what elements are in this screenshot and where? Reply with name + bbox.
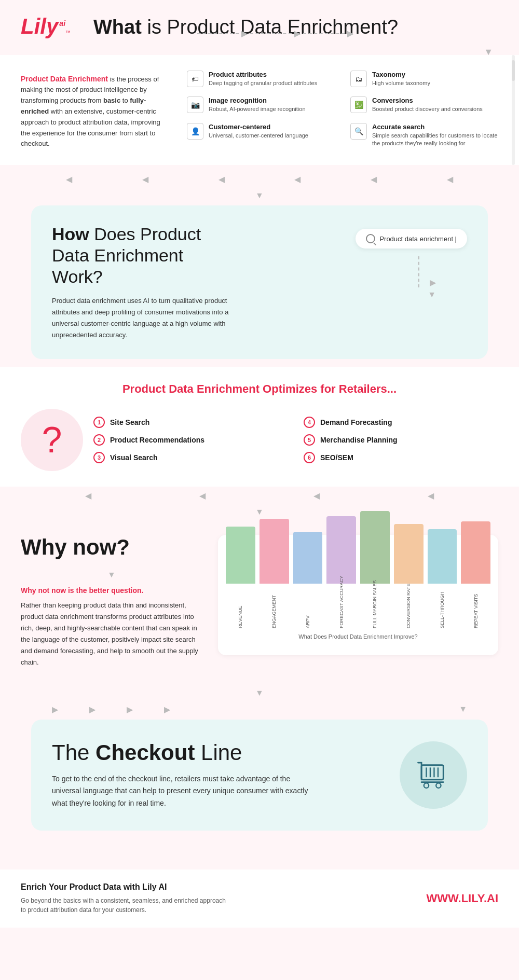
feature-icon: 💹 xyxy=(350,96,367,113)
feature-title: Accurate search xyxy=(372,123,498,131)
chart-bar xyxy=(394,524,424,584)
bar-label: ARPV xyxy=(305,587,310,628)
search-text: Product data enrichment | xyxy=(379,235,457,243)
chart-bar xyxy=(260,519,289,584)
feature-text: Image recognition Robust, AI-powered ima… xyxy=(209,96,306,113)
how-left: How Does Product Data Enrichment Work? P… xyxy=(52,224,234,341)
chart-bar-item: FULL-MARGIN SALES xyxy=(360,511,390,628)
optimize-item: 1 Site Search xyxy=(93,417,288,428)
feature-text: Customer-centered Universal, customer-ce… xyxy=(209,123,308,140)
feature-title: Conversions xyxy=(372,96,483,104)
feature-item: 👤 Customer-centered Universal, customer-… xyxy=(187,123,335,149)
chart-container: REVENUE ENGAGEMENT ARPV FORECAST ACCURAC… xyxy=(218,535,498,655)
optimize-label: Merchandise Planning xyxy=(320,436,398,444)
feature-text: Conversions Boosted product discovery an… xyxy=(372,96,483,113)
feature-title: Taxonomy xyxy=(372,71,430,78)
optimizes-highlight: Optimizes xyxy=(263,382,317,395)
optimizes-content: ? 1 Site Search 4 Demand Forecasting 2 P… xyxy=(21,409,498,471)
bar-label: FULL-MARGIN SALES xyxy=(372,587,377,628)
feature-title: Image recognition xyxy=(209,96,306,104)
chart-subtitle: What Does Product Data Enrichment Improv… xyxy=(226,633,490,640)
why-section: Why now? ▼ Why not now is the better que… xyxy=(0,519,519,684)
search-icon xyxy=(366,234,375,243)
chart-bar xyxy=(293,532,323,584)
feature-desc: High volume taxonomy xyxy=(372,79,430,87)
why-right: REVENUE ENGAGEMENT ARPV FORECAST ACCURAC… xyxy=(218,535,498,655)
checkout-section: The Checkout Line To get to the end of t… xyxy=(31,720,488,831)
arrows-row-3: ▶ ▶ ▶ ▶ ▼ xyxy=(0,702,519,717)
checkout-title: The Checkout Line xyxy=(52,740,384,765)
why-left: Why now? ▼ Why not now is the better que… xyxy=(21,535,202,669)
feature-title: Customer-centered xyxy=(209,123,308,131)
optimize-item: 6 SEO/SEM xyxy=(304,452,498,463)
optimize-item: 3 Visual Search xyxy=(93,452,288,463)
optimize-label: Site Search xyxy=(110,418,149,426)
optimize-item: 5 Merchandise Planning xyxy=(304,434,498,446)
optimize-num: 5 xyxy=(304,434,315,446)
logo-ai: ai xyxy=(59,19,65,27)
header-section: Lilyai ™ What is Product Data Enrichment… xyxy=(0,0,519,50)
chart-bar xyxy=(428,529,457,584)
chart-bar xyxy=(326,516,356,584)
feature-item: 🗂 Taxonomy High volume taxonomy xyxy=(350,71,498,89)
optimizes-title: Product Data Enrichment Optimizes for Re… xyxy=(21,382,498,396)
chart-bar-item: CONVERSION RATE xyxy=(394,524,424,628)
svg-point-7 xyxy=(436,783,441,788)
footer-website[interactable]: WWW.LILY.AI xyxy=(426,892,498,905)
optimize-num: 1 xyxy=(93,417,105,428)
optimize-num: 2 xyxy=(93,434,105,446)
how-section-wrapper: How Does Product Data Enrichment Work? P… xyxy=(16,205,503,359)
chart-bar-item: ARPV xyxy=(293,532,323,628)
checkout-section-wrapper: The Checkout Line To get to the end of t… xyxy=(16,720,503,831)
feature-icon: 🔍 xyxy=(350,123,367,140)
optimize-label: Demand Forecasting xyxy=(320,418,392,426)
chart-bar xyxy=(461,521,490,584)
chart-bar-item: REVENUE xyxy=(226,527,255,628)
how-section: How Does Product Data Enrichment Work? P… xyxy=(31,205,488,359)
feature-icon: 🗂 xyxy=(350,71,367,87)
feature-icon: 🏷 xyxy=(187,71,203,87)
optimize-label: SEO/SEM xyxy=(320,453,353,462)
feature-text: Accurate search Simple search capabiliti… xyxy=(372,123,498,148)
bar-label: ENGAGEMENT xyxy=(271,587,277,628)
optimize-num: 3 xyxy=(93,452,105,463)
why-subtitle: Why not now is the better question. xyxy=(21,586,202,595)
feature-text: Taxonomy High volume taxonomy xyxy=(372,71,430,87)
feature-desc: Simple search capabilities for customers… xyxy=(372,132,498,148)
optimize-label: Product Recommendations xyxy=(110,436,204,444)
optimize-num: 6 xyxy=(304,452,315,463)
how-title: How Does Product Data Enrichment Work? xyxy=(52,224,234,287)
optimizes-list: 1 Site Search 4 Demand Forecasting 2 Pro… xyxy=(93,417,498,463)
checkout-left: The Checkout Line To get to the end of t… xyxy=(52,740,384,810)
arrows-row-1: ◀ ◀ ◀ ◀ ◀ ◀ xyxy=(0,170,519,188)
content-section: Product Data Enrichment is the process o… xyxy=(0,55,519,165)
footer-text: Go beyond the basics with a consistent, … xyxy=(21,896,228,915)
bar-label: CONVERSION RATE xyxy=(406,587,411,628)
svg-rect-0 xyxy=(421,765,443,780)
feature-icon: 👤 xyxy=(187,123,203,140)
arrows-row-2: ◀ ◀ ◀ ◀ xyxy=(0,487,519,505)
bar-chart: REVENUE ENGAGEMENT ARPV FORECAST ACCURAC… xyxy=(226,545,490,628)
optimize-item: 4 Demand Forecasting xyxy=(304,417,498,428)
checkout-text: To get to the end of the checkout line, … xyxy=(52,773,311,810)
feature-desc: Universal, customer-centered language xyxy=(209,132,308,140)
logo-tm: ™ xyxy=(65,30,71,35)
why-text: Rather than keeping product data thin an… xyxy=(21,600,202,669)
footer-left: Enrich Your Product Data with Lily AI Go… xyxy=(21,882,228,915)
logo-area: Lilyai ™ xyxy=(21,16,83,37)
how-right: Product data enrichment | ▶ ▼ xyxy=(249,224,467,341)
bar-label: FORECAST ACCURACY xyxy=(339,587,344,628)
feature-title: Product attributes xyxy=(209,71,317,78)
feature-desc: Deep tagging of granular product attribu… xyxy=(209,79,317,87)
footer-section: Enrich Your Product Data with Lily AI Go… xyxy=(0,869,519,928)
footer-heading: Enrich Your Product Data with Lily AI xyxy=(21,882,228,892)
feature-text: Product attributes Deep tagging of granu… xyxy=(209,71,317,87)
chart-bar-item: ENGAGEMENT xyxy=(260,519,289,628)
bar-label: SELL-THROUGH xyxy=(440,587,445,628)
feature-item: 📷 Image recognition Robust, AI-powered i… xyxy=(187,96,335,115)
search-bar[interactable]: Product data enrichment | xyxy=(356,229,467,249)
feature-item: 💹 Conversions Boosted product discovery … xyxy=(350,96,498,115)
why-title: Why now? xyxy=(21,535,202,560)
chart-bar-item: REPEAT VISITS xyxy=(461,521,490,628)
chart-bar-item: SELL-THROUGH xyxy=(428,529,457,628)
